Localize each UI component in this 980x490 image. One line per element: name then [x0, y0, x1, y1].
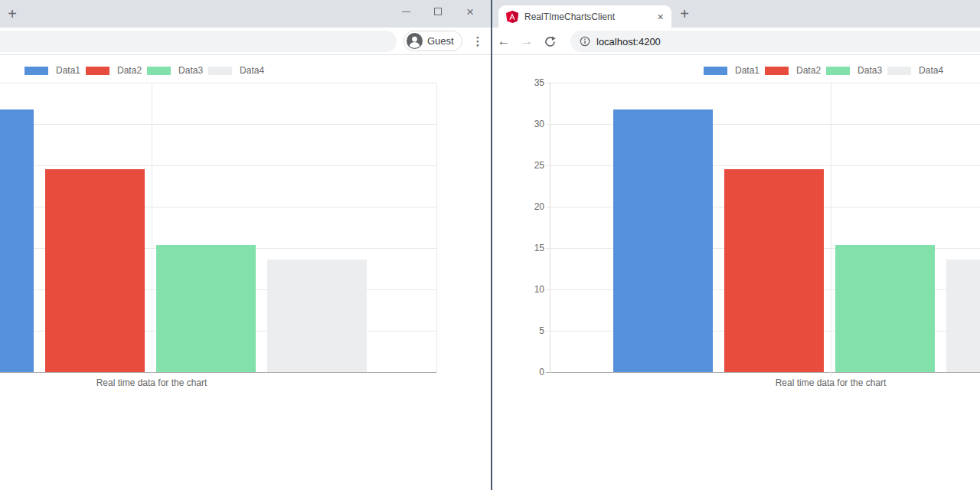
- y-tick-label: 5: [515, 325, 544, 336]
- y-axis-line: [550, 83, 550, 373]
- plus-icon: +: [8, 5, 17, 23]
- plus-icon: +: [680, 5, 689, 23]
- tab-title: RealTImeChartsClient: [524, 11, 654, 22]
- forward-arrow-icon: →: [521, 34, 534, 49]
- legend-swatch: [24, 67, 48, 75]
- legend-label: Data3: [858, 65, 882, 76]
- legend-swatch: [887, 67, 911, 75]
- legend-swatch: [147, 67, 171, 75]
- y-gridline: [546, 165, 980, 166]
- legend-swatch: [765, 67, 789, 75]
- address-bar-value: localhost:4200: [596, 36, 661, 47]
- x-axis-line: [546, 372, 980, 373]
- bar-data1: [613, 109, 713, 372]
- legend-swatch: [208, 67, 232, 75]
- y-gridline: [546, 83, 980, 83]
- profile-button[interactable]: Guest: [403, 31, 462, 51]
- browser-window-right: RealTImeChartsClient × + ← →: [492, 0, 980, 490]
- nav-buttons: ← →: [492, 28, 561, 55]
- browser-toolbar: ← → localhost:4200: [492, 28, 980, 55]
- maximize-button[interactable]: [422, 1, 454, 22]
- legend-swatch: [826, 67, 850, 75]
- bar-data4: [946, 260, 980, 372]
- y-tick-label: 35: [515, 77, 544, 88]
- x-gridline-center: [152, 83, 152, 377]
- tab-realtimechartsclient[interactable]: RealTImeChartsClient ×: [498, 5, 671, 28]
- legend-item-data2[interactable]: Data2: [86, 65, 142, 76]
- legend-label: Data2: [796, 65, 821, 76]
- y-gridline: [0, 165, 436, 166]
- legend-item-data3[interactable]: Data3: [826, 65, 882, 76]
- reload-button[interactable]: [538, 30, 561, 53]
- y-tick-label: 20: [515, 201, 544, 212]
- chart-legend: Data1Data2Data3Data4: [704, 65, 949, 76]
- address-bar[interactable]: [0, 31, 397, 52]
- x-category-label: Real time data for the chart: [678, 377, 980, 388]
- bar-data3: [835, 245, 935, 372]
- close-icon: ×: [466, 5, 474, 18]
- legend-label: Data4: [919, 65, 943, 76]
- tab-close-button[interactable]: ×: [654, 10, 667, 23]
- back-button[interactable]: ←: [492, 30, 515, 53]
- new-tab-button[interactable]: +: [675, 4, 694, 24]
- legend-label: Data1: [56, 65, 80, 76]
- forward-button[interactable]: →: [515, 30, 538, 53]
- chart-legend: Data1Data2Data3Data4: [24, 65, 270, 76]
- legend-item-data1[interactable]: Data1: [24, 65, 80, 76]
- legend-swatch: [704, 67, 727, 75]
- desktop-screen: + × Guest ⋮ Data1Data2Data3Data: [0, 0, 980, 490]
- page-content: Data1Data2Data3Data4Real time data for t…: [0, 55, 491, 490]
- x-gridline-edge: [436, 83, 437, 373]
- y-tick-label: 30: [515, 119, 544, 129]
- x-category-label: Real time data for the chart: [0, 377, 305, 388]
- browser-menu-button[interactable]: ⋮: [468, 31, 488, 51]
- legend-swatch: [86, 67, 109, 75]
- legend-label: Data2: [117, 65, 142, 76]
- legend-label: Data3: [178, 65, 203, 76]
- minimize-icon: [402, 11, 410, 12]
- tab-strip: RealTImeChartsClient × +: [492, 0, 980, 28]
- back-arrow-icon: ←: [498, 34, 511, 49]
- bar-data2: [45, 169, 145, 372]
- bar-chart: Data1Data2Data3Data405101520253035Real t…: [492, 55, 980, 490]
- bar-data3: [156, 245, 256, 372]
- y-gridline: [0, 83, 436, 83]
- bar-data1: [0, 109, 34, 372]
- info-icon: [580, 36, 590, 47]
- legend-item-data2[interactable]: Data2: [765, 65, 821, 76]
- y-tick-label: 10: [515, 284, 544, 295]
- window-edge-divider: [491, 0, 492, 490]
- reload-icon: [544, 36, 556, 47]
- tab-strip: + ×: [0, 0, 491, 28]
- bar-data2: [724, 169, 824, 372]
- x-gridline-center: [831, 83, 831, 377]
- legend-label: Data1: [735, 65, 760, 76]
- legend-item-data4[interactable]: Data4: [887, 65, 943, 76]
- maximize-icon: [434, 8, 442, 15]
- profile-label: Guest: [427, 35, 454, 47]
- address-bar[interactable]: localhost:4200: [570, 31, 980, 52]
- legend-item-data3[interactable]: Data3: [147, 65, 203, 76]
- minimize-button[interactable]: [390, 1, 422, 22]
- x-axis-line: [0, 372, 436, 373]
- browser-window-left: + × Guest ⋮ Data1Data2Data3Data: [0, 0, 491, 490]
- y-tick-label: 0: [515, 367, 544, 377]
- y-gridline: [546, 124, 980, 125]
- angular-favicon-icon: [506, 11, 518, 23]
- legend-item-data1[interactable]: Data1: [704, 65, 760, 76]
- close-window-button[interactable]: ×: [454, 1, 486, 22]
- bar-data4: [267, 260, 367, 372]
- y-gridline: [0, 124, 436, 125]
- bar-chart: Data1Data2Data3Data4Real time data for t…: [0, 55, 491, 490]
- new-tab-button[interactable]: +: [2, 4, 22, 24]
- legend-label: Data4: [240, 65, 264, 76]
- legend-item-data4[interactable]: Data4: [208, 65, 264, 76]
- page-content: Data1Data2Data3Data405101520253035Real t…: [492, 55, 980, 490]
- y-tick-label: 25: [515, 160, 544, 171]
- y-tick-label: 15: [515, 243, 544, 253]
- window-controls: ×: [390, 0, 486, 23]
- avatar-icon: [407, 33, 423, 49]
- kebab-menu-icon: ⋮: [472, 34, 484, 48]
- browser-toolbar: Guest ⋮: [0, 28, 491, 55]
